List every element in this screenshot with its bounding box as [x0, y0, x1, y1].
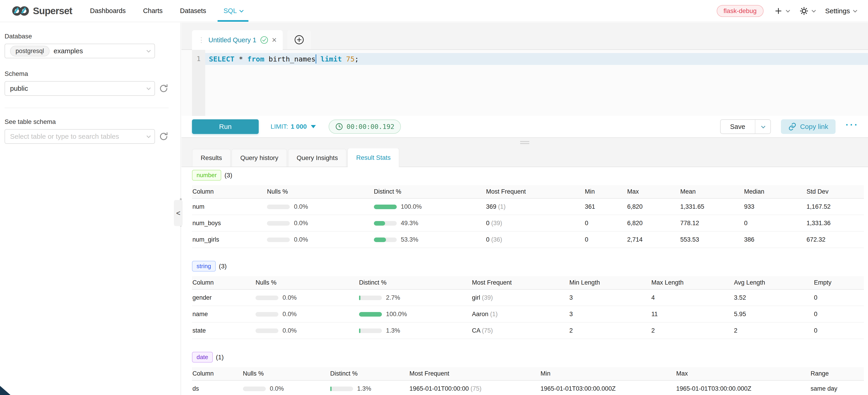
- stat-cell: 2: [569, 322, 651, 339]
- plus-icon[interactable]: [774, 7, 783, 15]
- tab-results[interactable]: Results: [192, 149, 230, 166]
- stat-cell: 0: [813, 290, 864, 306]
- environment-badge: flask-debug: [717, 5, 764, 17]
- settings-label: Settings: [825, 7, 850, 15]
- drag-handle-icon[interactable]: ⋮: [198, 37, 205, 43]
- percent-label: 0.0%: [294, 220, 308, 226]
- database-value: examples: [54, 47, 83, 55]
- progress-bar: [359, 329, 382, 333]
- progress-bar: [255, 329, 278, 333]
- schema-label: Schema: [5, 70, 169, 78]
- superset-logo[interactable]: Superset: [12, 5, 72, 17]
- column-header: Distinct %: [373, 185, 486, 199]
- result-stats-content: number(3)ColumnNulls %Distinct %Most Fre…: [182, 167, 868, 395]
- table-row: num0.0%100.0%369 (1)3616,8201,331.659331…: [192, 199, 864, 215]
- stat-cell: 5.95: [734, 306, 814, 322]
- nav-item-dashboards[interactable]: Dashboards: [90, 0, 126, 22]
- frequent-count: (75): [471, 385, 482, 392]
- save-dropdown-button[interactable]: [755, 120, 770, 133]
- column-count: (3): [219, 263, 227, 270]
- collapse-sidebar-button[interactable]: <: [174, 200, 183, 226]
- column-count: (1): [216, 354, 224, 361]
- column-header: Distinct %: [330, 367, 409, 381]
- percent-label: 1.3%: [386, 327, 400, 334]
- code-token: birth_names: [265, 55, 316, 63]
- run-button[interactable]: Run: [192, 119, 259, 134]
- column-header: Avg Length: [734, 276, 814, 290]
- nulls-pct-cell: 0.0%: [255, 306, 359, 322]
- most-frequent-cell: girl (39): [471, 290, 569, 306]
- progress-bar: [359, 296, 382, 300]
- progress-bar: [243, 387, 266, 391]
- progress-bar: [374, 221, 397, 225]
- link-icon: [788, 123, 797, 131]
- tab-query-history[interactable]: Query history: [231, 149, 287, 166]
- nav-item-charts[interactable]: Charts: [143, 0, 162, 22]
- stat-cell: 553.53: [680, 231, 743, 248]
- more-actions-button[interactable]: ···: [846, 123, 859, 130]
- column-header: Max: [676, 367, 810, 381]
- progress-bar: [374, 238, 397, 242]
- percent-label: 0.0%: [294, 203, 308, 210]
- tab-result-stats[interactable]: Result Stats: [347, 148, 399, 167]
- frequent-count: (36): [491, 236, 502, 243]
- progress-bar: [255, 296, 278, 300]
- code-token: *: [235, 55, 247, 63]
- table-select[interactable]: Select table or type to search tables: [5, 129, 155, 144]
- sql-code-line[interactable]: SELECT * from birth_names limit 75;: [209, 53, 359, 65]
- settings-menu[interactable]: Settings: [825, 7, 856, 15]
- frequent-count: (1): [490, 311, 498, 317]
- stat-cell: 778.12: [680, 215, 743, 231]
- most-frequent-cell: Aaron (1): [471, 306, 569, 322]
- nulls-pct-cell: 0.0%: [267, 231, 373, 248]
- new-query-tab-button[interactable]: [287, 30, 311, 49]
- theme-menu[interactable]: [800, 6, 815, 16]
- new-item-menu[interactable]: [774, 7, 789, 15]
- limit-label: LIMIT:: [271, 123, 288, 130]
- sql-editor[interactable]: 1 SELECT * from birth_names limit 75;: [182, 50, 868, 116]
- limit-dropdown[interactable]: LIMIT: 1 000: [271, 123, 316, 130]
- save-button[interactable]: Save: [721, 120, 755, 133]
- stat-cell: 1,331.36: [806, 215, 864, 231]
- resize-handle[interactable]: [520, 141, 529, 145]
- stat-cell: 2: [651, 322, 734, 339]
- tab-query-insights[interactable]: Query Insights: [288, 149, 347, 166]
- chevron-down-icon: [761, 124, 765, 128]
- database-select[interactable]: postgresql examples: [5, 44, 155, 58]
- code-token: [316, 55, 321, 63]
- refresh-tables-button[interactable]: [159, 132, 169, 141]
- query-tab[interactable]: ⋮ Untitled Query 1 ×: [192, 30, 283, 50]
- frequent-value: 0: [486, 220, 491, 226]
- sqllab-left-sidebar: Database postgresql examples Schema publ…: [0, 23, 181, 395]
- sun-icon[interactable]: [800, 6, 809, 16]
- query-tab-title[interactable]: Untitled Query 1: [209, 36, 256, 44]
- chevron-down-icon: [853, 8, 857, 12]
- progress-bar-fill: [359, 329, 361, 333]
- column-header: Max Length: [651, 276, 734, 290]
- column-header: Mean: [680, 185, 743, 199]
- timer-value: 00:00:00.192: [346, 123, 395, 130]
- table-header-row: ColumnNulls %Distinct %Most FrequentMinM…: [192, 367, 864, 381]
- refresh-schemas-button[interactable]: [159, 84, 169, 93]
- percent-label: 0.0%: [282, 294, 297, 301]
- column-name-cell: state: [192, 322, 255, 339]
- progress-bar-fill: [374, 205, 397, 209]
- chevron-down-icon: [239, 8, 243, 12]
- close-tab-icon[interactable]: ×: [272, 36, 277, 44]
- nav-item-datasets[interactable]: Datasets: [180, 0, 206, 22]
- column-header: Most Frequent: [409, 367, 540, 381]
- schema-select[interactable]: public: [5, 81, 155, 96]
- column-header: Column: [192, 276, 255, 290]
- progress-bar: [330, 387, 353, 391]
- nav-item-sql[interactable]: SQL: [223, 0, 243, 22]
- copy-link-button[interactable]: Copy link: [781, 119, 836, 134]
- distinct-pct-cell: 49.3%: [373, 215, 486, 231]
- column-header: Nulls %: [267, 185, 373, 199]
- frequent-value: 1965-01-01T00:00:00: [409, 385, 471, 392]
- saved-check-icon: [260, 36, 268, 44]
- stat-cell: 6,820: [627, 215, 680, 231]
- progress-bar-fill: [374, 238, 386, 242]
- progress-bar: [267, 205, 290, 209]
- string-section: string(3)ColumnNulls %Distinct %Most Fre…: [192, 261, 864, 339]
- progress-bar-fill: [330, 387, 332, 391]
